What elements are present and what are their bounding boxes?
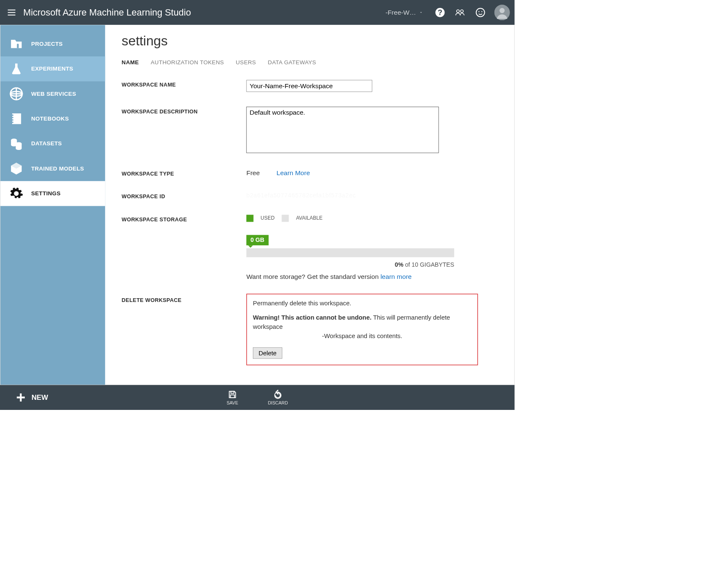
settings-icon: [8, 186, 24, 201]
delete-button[interactable]: Delete: [253, 347, 282, 359]
sidebar-item-label: DATASETS: [31, 140, 62, 147]
workspace-id-value: b2a61efa5077465782cefa1bf573a2ec: [247, 192, 356, 199]
sidebar-item-label: PROJECTS: [31, 41, 63, 47]
sidebar-item-trained-models[interactable]: TRAINED MODELS: [0, 156, 105, 181]
delete-warning: Warning! This action cannot be undone. T…: [253, 313, 471, 341]
hamburger-icon: [7, 8, 17, 18]
feedback-smiley-icon[interactable]: [476, 8, 486, 18]
label-delete-workspace: DELETE WORKSPACE: [122, 296, 247, 304]
sidebar-item-datasets[interactable]: DATASETS: [0, 131, 105, 156]
label-workspace-storage: WORKSPACE STORAGE: [122, 215, 247, 223]
label-workspace-id: WORKSPACE ID: [122, 192, 247, 200]
storage-bar: [247, 249, 455, 257]
learn-more-link[interactable]: Learn More: [277, 169, 310, 177]
storage-used-bubble: 0 GB: [247, 235, 269, 246]
svg-point-6: [481, 11, 482, 12]
content: settings NAME AUTHORIZATION TOKENS USERS…: [105, 25, 514, 385]
save-label: SAVE: [226, 400, 238, 405]
storage-legend: USED AVAILABLE: [247, 215, 497, 222]
help-icon[interactable]: ?: [435, 8, 445, 18]
label-workspace-type: WORKSPACE TYPE: [122, 169, 247, 177]
plus-icon: [16, 392, 26, 403]
tab-name[interactable]: NAME: [122, 59, 139, 66]
legend-available-swatch: [282, 215, 289, 222]
svg-rect-15: [231, 391, 234, 393]
sidebar-item-label: SETTINGS: [31, 190, 60, 197]
svg-rect-12: [12, 113, 21, 124]
sidebar-item-experiments[interactable]: EXPERIMENTS: [0, 56, 105, 81]
legend-used-swatch: [247, 215, 254, 222]
sidebar-item-label: WEB SERVICES: [31, 91, 76, 97]
users-icon[interactable]: [455, 8, 465, 18]
page-title: settings: [122, 33, 497, 49]
tab-users[interactable]: USERS: [236, 59, 256, 66]
sidebar-item-label: EXPERIMENTS: [31, 66, 73, 72]
sidebar-item-notebooks[interactable]: NOTEBOOKS: [0, 106, 105, 131]
sidebar-item-label: NOTEBOOKS: [31, 115, 69, 122]
storage-learn-more-link[interactable]: learn more: [381, 273, 412, 281]
experiments-icon: [8, 61, 24, 77]
legend-available-label: AVAILABLE: [296, 215, 323, 221]
delete-workspace-box: Permanently delete this workspace. Warni…: [247, 294, 478, 365]
workspace-description-input[interactable]: Default workspace.: [247, 107, 439, 153]
topbar: Microsoft Azure Machine Learning Studio …: [0, 0, 515, 25]
notebooks-icon: [8, 111, 24, 126]
datasets-icon: [8, 136, 24, 152]
label-workspace-name: WORKSPACE NAME: [122, 80, 247, 88]
projects-icon: [8, 36, 24, 52]
delete-description: Permanently delete this workspace.: [253, 300, 471, 307]
sidebar: PROJECTS EXPERIMENTS WEB SERVICES NOTEBO…: [0, 25, 105, 385]
new-label: NEW: [32, 394, 48, 402]
svg-point-4: [476, 8, 485, 17]
svg-rect-16: [231, 395, 234, 398]
sidebar-item-label: TRAINED MODELS: [31, 165, 84, 172]
workspace-name-input[interactable]: [247, 80, 373, 92]
workspace-selector-label: -Free-W…: [386, 8, 416, 16]
tab-data-gateways[interactable]: DATA GATEWAYS: [268, 59, 316, 66]
app-title: Microsoft Azure Machine Learning Studio: [23, 7, 191, 18]
discard-button[interactable]: DISCARD: [268, 390, 288, 405]
svg-point-8: [499, 8, 505, 13]
web-services-icon: [8, 86, 24, 102]
user-avatar[interactable]: [494, 5, 510, 20]
legend-used-label: USED: [261, 215, 275, 221]
save-icon: [228, 390, 237, 399]
storage-percentage: 0% of 10 GIGABYTES: [247, 262, 455, 268]
discard-label: DISCARD: [268, 400, 288, 405]
sidebar-item-settings[interactable]: SETTINGS: [0, 181, 105, 206]
sidebar-item-web-services[interactable]: WEB SERVICES: [0, 81, 105, 106]
sidebar-item-projects[interactable]: PROJECTS: [0, 31, 105, 56]
discard-icon: [273, 390, 283, 399]
footer: NEW SAVE DISCARD: [0, 385, 515, 410]
workspace-type-value: Free: [247, 169, 260, 177]
trained-models-icon: [8, 161, 24, 176]
workspace-selector[interactable]: -Free-W…: [386, 8, 423, 16]
save-button[interactable]: SAVE: [226, 390, 238, 405]
storage-upsell: Want more storage? Get the standard vers…: [247, 273, 497, 281]
tabs: NAME AUTHORIZATION TOKENS USERS DATA GAT…: [122, 59, 497, 66]
svg-point-3: [460, 10, 463, 13]
svg-point-9: [17, 44, 18, 45]
main: PROJECTS EXPERIMENTS WEB SERVICES NOTEBO…: [0, 25, 515, 385]
hamburger-menu[interactable]: [0, 0, 23, 25]
label-workspace-description: WORKSPACE DESCRIPTION: [122, 107, 247, 115]
svg-point-5: [478, 11, 479, 12]
new-button[interactable]: NEW: [0, 392, 48, 403]
svg-text:?: ?: [438, 8, 442, 17]
svg-point-2: [457, 10, 460, 13]
tab-authorization-tokens[interactable]: AUTHORIZATION TOKENS: [151, 59, 224, 66]
chevron-down-icon: [419, 10, 423, 15]
